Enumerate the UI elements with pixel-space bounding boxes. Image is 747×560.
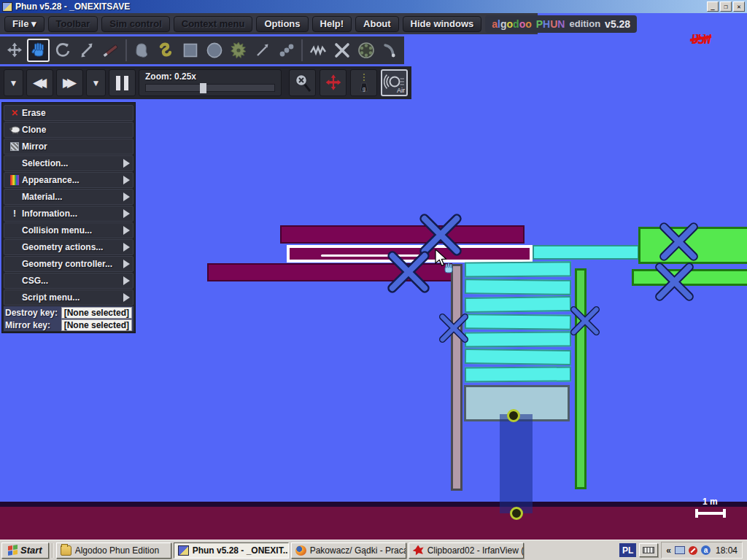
box-tool-button[interactable] <box>179 39 201 62</box>
menu-about[interactable]: About <box>355 16 399 32</box>
step-back-menu-button[interactable]: ▼ <box>4 69 23 96</box>
fixate-tool-button[interactable] <box>330 39 353 62</box>
task-phun[interactable]: Phun v5.28 - _ONEXIT... <box>174 542 289 559</box>
context-item-label: Collision menu... <box>22 225 123 236</box>
paint-tool-button[interactable] <box>155 39 177 62</box>
key-value[interactable]: [None selected] <box>61 307 132 319</box>
cyan-plank[interactable] <box>465 349 571 365</box>
context-item-label: Selection... <box>22 158 123 168</box>
pause-button[interactable] <box>109 69 136 96</box>
restore-button[interactable]: ❐ <box>720 1 732 12</box>
menu-hide-windows[interactable]: Hide windows <box>403 16 482 32</box>
rope-tool-button[interactable] <box>379 39 401 62</box>
axle-joint[interactable] <box>507 409 520 422</box>
context-item-geometry-controller[interactable]: Geometry controller... <box>4 256 133 272</box>
close-button[interactable]: ✕ <box>733 1 745 12</box>
context-item-erase[interactable]: ✕Erase <box>4 105 133 121</box>
updater-icon[interactable]: a <box>701 545 711 555</box>
move-tool-button[interactable] <box>3 39 26 62</box>
chain-tool-button[interactable] <box>275 39 298 62</box>
brush-icon <box>101 41 120 60</box>
menu-help[interactable]: Help! <box>312 16 352 32</box>
cyan-arm[interactable] <box>533 245 639 260</box>
context-item-collision-menu[interactable]: Collision menu... <box>4 222 133 238</box>
pan-tool-button[interactable] <box>27 39 50 62</box>
cyan-plank[interactable] <box>465 366 571 382</box>
language-indicator[interactable]: PL <box>619 543 636 557</box>
context-item-appearance[interactable]: Appearance... <box>4 172 133 188</box>
piston-rod[interactable] <box>500 414 533 513</box>
info-icon: ! <box>7 209 22 219</box>
simulation-canvas[interactable]: ▼◀◀▶▶▼Zoom: 0.25xgAir ✕EraseCloneMirrorS… <box>0 34 747 540</box>
fixate-marker[interactable] <box>659 222 699 262</box>
purple-beam-top[interactable] <box>280 225 525 244</box>
fixate-marker[interactable] <box>654 262 694 302</box>
sketch-tool-button[interactable] <box>131 39 153 62</box>
circle-icon <box>205 41 224 60</box>
cyan-plank[interactable] <box>465 331 571 347</box>
toolbar-separator <box>125 39 127 61</box>
brush-tool-button[interactable] <box>99 39 122 62</box>
ground-edge[interactable] <box>0 502 747 507</box>
context-item-mirror[interactable]: Mirror <box>4 139 133 155</box>
mirror-icon <box>7 142 22 151</box>
keyboard-button[interactable] <box>639 543 658 557</box>
rewind-button[interactable]: ◀◀ <box>26 69 53 96</box>
context-item-selection[interactable]: Selection... <box>4 155 133 171</box>
air-label: Air <box>397 87 405 94</box>
task-firefox[interactable]: Pakowacz/ Gądki - Praca... <box>291 542 406 559</box>
mauve-post[interactable] <box>451 264 462 491</box>
fast-forward-button[interactable]: ▶▶ <box>56 69 83 96</box>
brand-badge: algodooPHUNeditionv5.28 <box>485 15 637 33</box>
zoom-slider-handle[interactable] <box>200 83 206 93</box>
menu-file[interactable]: File ▾ <box>4 16 44 32</box>
gravity-weight-icon: g <box>354 72 374 94</box>
camera-follow-button[interactable] <box>320 69 347 96</box>
task-label: Algodoo Phun Edition <box>75 545 159 556</box>
cyan-plank[interactable] <box>465 314 571 330</box>
fixate-marker[interactable] <box>570 306 600 336</box>
context-item-script-menu[interactable]: Script menu... <box>4 289 133 306</box>
ground-plane[interactable] <box>0 507 747 540</box>
task-irfan[interactable]: Clipboard02 - IrfanView (... <box>409 542 524 559</box>
cyan-plank[interactable] <box>465 261 571 277</box>
network-icon[interactable] <box>675 546 685 554</box>
gear-tool-button[interactable] <box>227 39 249 62</box>
circle-tool-button[interactable] <box>203 39 225 62</box>
submenu-arrow-icon <box>123 192 130 201</box>
context-item-material[interactable]: Material... <box>4 189 133 205</box>
tray-expand-chevron[interactable]: « <box>666 545 671 556</box>
context-item-clone[interactable]: Clone <box>4 122 133 138</box>
key-value[interactable]: [None selected] <box>61 319 132 331</box>
start-button[interactable]: Start <box>1 542 49 559</box>
green-post[interactable] <box>575 268 587 489</box>
blocked-icon[interactable] <box>689 546 697 555</box>
zoom-reset-button[interactable] <box>289 69 316 96</box>
zoom-slider[interactable] <box>145 84 275 92</box>
context-item-information[interactable]: !Information... <box>4 206 133 222</box>
clone-icon <box>7 125 22 134</box>
tray-well: « a 18:04 <box>661 542 743 559</box>
gravity-button[interactable]: g <box>350 69 377 96</box>
task-folder[interactable]: Algodoo Phun Edition <box>56 542 171 559</box>
context-item-csg[interactable]: CSG... <box>4 273 133 289</box>
cyan-plank[interactable] <box>465 279 571 295</box>
rotate-tool-button[interactable] <box>51 39 74 62</box>
spring-tool-button[interactable] <box>306 39 329 62</box>
menu-options[interactable]: Options <box>256 16 308 32</box>
axle-joint[interactable] <box>510 507 523 520</box>
window-title: Phun v5.28 - _ONEXITSAVE <box>15 1 707 12</box>
scale-tool-button[interactable] <box>75 39 98 62</box>
title-bar[interactable]: Phun v5.28 - _ONEXITSAVE _ ❐ ✕ <box>0 0 747 13</box>
cyan-plank[interactable] <box>465 296 571 313</box>
scale-ruler <box>695 512 726 515</box>
step-forward-menu-button[interactable]: ▼ <box>86 69 106 96</box>
minimize-button[interactable]: _ <box>707 1 719 12</box>
phun-icon <box>178 545 189 556</box>
context-item-geometry-actions[interactable]: Geometry actions... <box>4 239 133 255</box>
fixate-marker[interactable] <box>438 313 469 343</box>
air-friction-button[interactable]: Air <box>381 69 408 96</box>
cut-tool-button[interactable] <box>251 39 274 62</box>
hinge-tool-button[interactable] <box>355 39 377 62</box>
fixate-marker[interactable] <box>387 250 430 294</box>
